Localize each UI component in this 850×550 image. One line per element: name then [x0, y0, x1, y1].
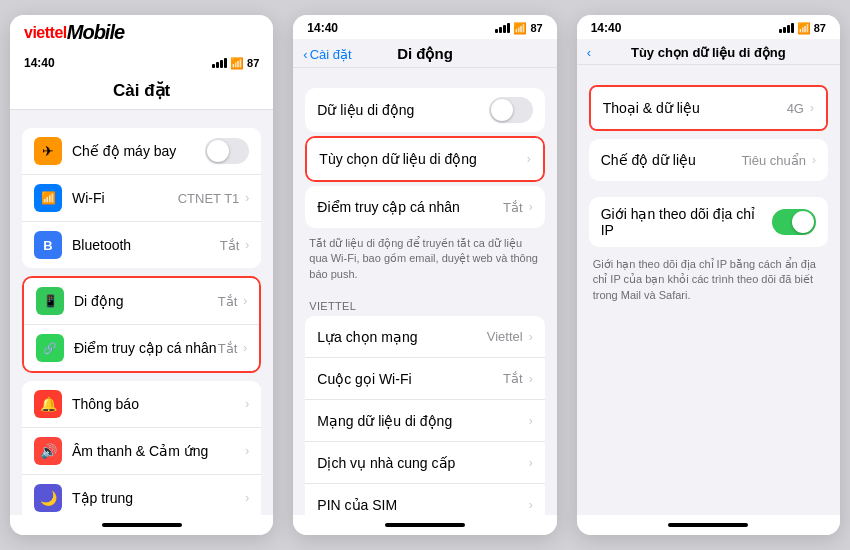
- signal-icon: [212, 58, 227, 68]
- panel3-title: Tùy chọn dữ liệu di động: [631, 45, 786, 60]
- tapTrung-icon: 🌙: [34, 484, 62, 512]
- cheDo-item[interactable]: Chế độ dữ liệu Tiêu chuẩn ›: [589, 139, 828, 181]
- thoai-chevron: ›: [810, 101, 814, 115]
- duLieuDiDong-label: Dữ liệu di động: [317, 102, 488, 118]
- ip-toggle-group: Giới hạn theo dõi địa chỉ IP: [589, 197, 828, 247]
- thoai-highlight: Thoại & dữ liệu 4G ›: [589, 85, 828, 131]
- diDong-item[interactable]: 📱 Di động Tắt ›: [24, 278, 259, 325]
- panel-3: 14:40 📶 87 ‹ Tùy chọn dữ liệu di động Th…: [577, 15, 840, 535]
- wifi-icon-2: 📶: [513, 22, 527, 35]
- status-icons: 📶 87: [212, 57, 259, 70]
- ip-toggle-item[interactable]: Giới hạn theo dõi địa chỉ IP: [589, 197, 828, 247]
- thoai-value: 4G: [787, 101, 804, 116]
- status-bar-3: 14:40 📶 87: [577, 15, 840, 39]
- ip-toggle[interactable]: [772, 209, 816, 235]
- cuocGoi-value: Tắt: [503, 371, 523, 386]
- duLieuDiDong-item[interactable]: Dữ liệu di động: [305, 88, 544, 132]
- wifi-label: Wi-Fi: [72, 190, 178, 206]
- thongBao-chevron: ›: [245, 397, 249, 411]
- bluetooth-label: Bluetooth: [72, 237, 220, 253]
- dichVu-chevron: ›: [529, 456, 533, 470]
- panel1-title: Cài đặt: [10, 74, 273, 110]
- diemTruy-icon: 🔗: [36, 334, 64, 362]
- panel2-diemTruy: Điểm truy cập cá nhân Tắt ›: [305, 186, 544, 228]
- bluetooth-value: Tắt: [220, 238, 240, 253]
- status-time-2: 14:40: [307, 21, 338, 35]
- luachon-item[interactable]: Lựa chọn mạng Viettel ›: [305, 316, 544, 358]
- cuocGoi-chevron: ›: [529, 372, 533, 386]
- battery-label: 87: [247, 57, 259, 69]
- battery-label-2: 87: [530, 22, 542, 34]
- thongBao-icon: 🔔: [34, 390, 62, 418]
- cheDo-value: Tiêu chuẩn: [741, 153, 806, 168]
- wifi-value: CTNET T1: [178, 191, 240, 206]
- tapTrung-item[interactable]: 🌙 Tập trung ›: [22, 475, 261, 515]
- back-chevron-2: ‹: [303, 47, 307, 62]
- dichVu-item[interactable]: Dịch vụ nhà cung cấp ›: [305, 442, 544, 484]
- home-bar: [102, 523, 182, 527]
- tapTrung-label: Tập trung: [72, 490, 243, 506]
- signal-icon-2: [495, 23, 510, 33]
- panel2-title: Di động: [397, 45, 453, 63]
- home-indicator-3: [577, 515, 840, 535]
- thoai-item[interactable]: Thoại & dữ liệu 4G ›: [591, 87, 826, 129]
- panel2-navbar: ‹ Cài đặt Di động: [293, 39, 556, 68]
- cheDo-chevron: ›: [812, 153, 816, 167]
- amThanh-chevron: ›: [245, 444, 249, 458]
- amThanh-item[interactable]: 🔊 Âm thanh & Cảm ứng ›: [22, 428, 261, 475]
- amThanh-icon: 🔊: [34, 437, 62, 465]
- panel3-back-button[interactable]: ‹: [587, 45, 591, 60]
- panel2-back-button[interactable]: ‹ Cài đặt: [303, 47, 351, 62]
- status-bar: 14:40 📶 87: [10, 50, 273, 74]
- airplane-icon: ✈: [34, 137, 62, 165]
- home-bar-2: [385, 523, 465, 527]
- panel3-chedo-group: Chế độ dữ liệu Tiêu chuẩn ›: [589, 139, 828, 181]
- panel-2: 14:40 📶 87 ‹ Cài đặt Di động Dữ liệu di …: [293, 15, 556, 535]
- viettel-section-label: VIETTEL: [293, 292, 556, 316]
- panel1-content: ✈ Chế độ máy bay 📶 Wi-Fi CTNET T1 › B Bl…: [10, 110, 273, 515]
- diDong-highlight: 📱 Di động Tắt › 🔗 Điểm truy cập cá nhân …: [22, 276, 261, 373]
- signal-icon-3: [779, 23, 794, 33]
- status-time-3: 14:40: [591, 21, 622, 35]
- diemTruyGroup-item[interactable]: Điểm truy cập cá nhân Tắt ›: [305, 186, 544, 228]
- diemTruyGroup-chevron: ›: [529, 200, 533, 214]
- status-icons-3: 📶 87: [779, 22, 826, 35]
- wifi-item[interactable]: 📶 Wi-Fi CTNET T1 ›: [22, 175, 261, 222]
- amThanh-label: Âm thanh & Cảm ứng: [72, 443, 243, 459]
- diDong-value: Tắt: [218, 294, 238, 309]
- wifi-icon: 📶: [230, 57, 244, 70]
- viettel-brand: viettel: [24, 24, 67, 42]
- back-chevron-3: ‹: [587, 45, 591, 60]
- ip-toggle-label: Giới hạn theo dõi địa chỉ IP: [601, 206, 772, 238]
- pinSim-item[interactable]: PIN của SIM ›: [305, 484, 544, 515]
- cheDo-label: Chế độ dữ liệu: [601, 152, 742, 168]
- battery-label-3: 87: [814, 22, 826, 34]
- thoai-label: Thoại & dữ liệu: [603, 100, 787, 116]
- cuocGoi-item[interactable]: Cuộc gọi Wi-Fi Tắt ›: [305, 358, 544, 400]
- diemTruyGroup-value: Tắt: [503, 200, 523, 215]
- diemTruy-value: Tắt: [218, 341, 238, 356]
- luachon-value: Viettel: [487, 329, 523, 344]
- bluetooth-icon: B: [34, 231, 62, 259]
- diDong-chevron: ›: [243, 294, 247, 308]
- diemTruy-item[interactable]: 🔗 Điểm truy cập cá nhân Tắt ›: [24, 325, 259, 371]
- duLieu-toggle[interactable]: [489, 97, 533, 123]
- luachon-chevron: ›: [529, 330, 533, 344]
- panel2-group1: Dữ liệu di động: [305, 88, 544, 132]
- mobile-brand: Mobile: [67, 21, 124, 44]
- diemTruy-chevron: ›: [243, 341, 247, 355]
- tuyChon-item[interactable]: Tùy chọn dữ liệu di động ›: [307, 138, 542, 180]
- bluetooth-chevron: ›: [245, 238, 249, 252]
- tuyChon-chevron: ›: [527, 152, 531, 166]
- thongBao-item[interactable]: 🔔 Thông báo ›: [22, 381, 261, 428]
- bluetooth-item[interactable]: B Bluetooth Tắt ›: [22, 222, 261, 268]
- mangDuLieu-item[interactable]: Mạng dữ liệu di động ›: [305, 400, 544, 442]
- pinSim-chevron: ›: [529, 498, 533, 512]
- luachon-label: Lựa chọn mạng: [317, 329, 486, 345]
- pinSim-label: PIN của SIM: [317, 497, 526, 513]
- viettel-group: Lựa chọn mạng Viettel › Cuộc gọi Wi-Fi T…: [305, 316, 544, 515]
- airplane-mode-item[interactable]: ✈ Chế độ máy bay: [22, 128, 261, 175]
- cuocGoi-label: Cuộc gọi Wi-Fi: [317, 371, 503, 387]
- panel3-content: Thoại & dữ liệu 4G › Chế độ dữ liệu Tiêu…: [577, 65, 840, 515]
- airplane-toggle[interactable]: [205, 138, 249, 164]
